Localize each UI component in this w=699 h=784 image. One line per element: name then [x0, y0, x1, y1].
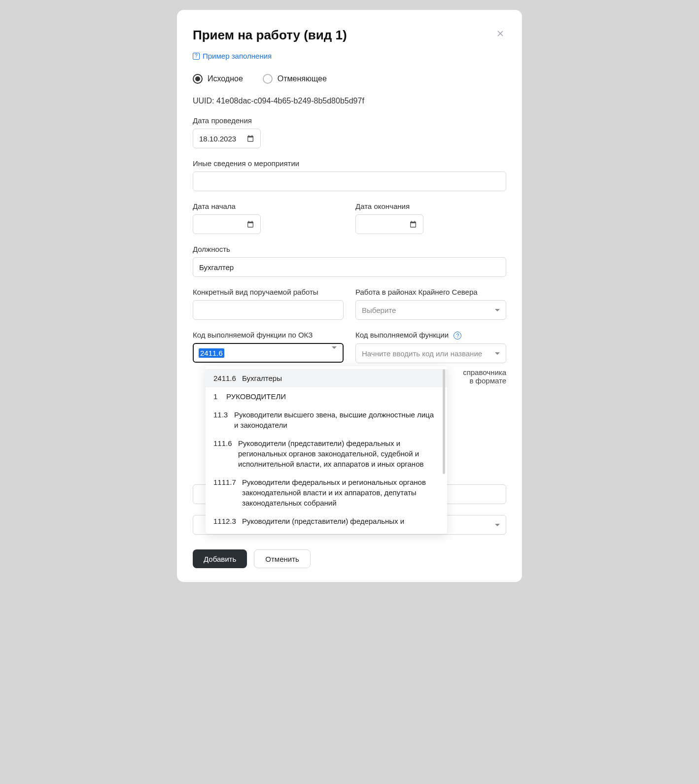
add-button-label: Добавить: [204, 555, 236, 563]
option-text: Руководители (представители) федеральных…: [238, 438, 439, 469]
function-code-row: Код выполняемой функции по ОКЗ 2411.6 Ко…: [193, 331, 506, 385]
work-type-label: Конкретный вид поручаемой работы: [193, 288, 344, 296]
radio-circle-icon: [263, 74, 273, 84]
add-button[interactable]: Добавить: [193, 549, 247, 568]
option-text: Руководители (представители) федеральных…: [242, 516, 404, 526]
option-text: РУКОВОДИТЕЛИ: [226, 391, 286, 402]
okz-dropdown: 2411.6 Бухгалтеры 1 РУКОВОДИТЕЛИ 11.3 Ру…: [206, 366, 447, 534]
position-value: Бухгалтер: [199, 263, 234, 272]
radio-original-label: Исходное: [208, 74, 243, 83]
option-text: Руководители федеральных и региональных …: [242, 477, 439, 508]
scrollbar-track: [443, 369, 445, 531]
end-date-label: Дата окончания: [355, 202, 506, 210]
end-date-input[interactable]: [355, 214, 423, 234]
dropdown-option[interactable]: 1 РУКОВОДИТЕЛИ: [206, 387, 447, 406]
scrollbar-thumb[interactable]: [443, 369, 445, 474]
start-date-input[interactable]: [193, 214, 261, 234]
radio-cancelling[interactable]: Отменяющее: [263, 74, 327, 84]
okz-code-value: 2411.6: [199, 348, 224, 358]
okz-code-input[interactable]: 2411.6: [193, 343, 344, 363]
other-info-input[interactable]: [193, 171, 506, 191]
func-code-placeholder: Начните вводить код или название: [362, 349, 482, 358]
work-type-row: Конкретный вид поручаемой работы Работа …: [193, 288, 506, 320]
other-info-label: Иные сведения о мероприятии: [193, 159, 506, 168]
modal-title: Прием на работу (вид 1): [193, 28, 347, 43]
calendar-icon: [246, 220, 254, 228]
option-code: 2411.6: [213, 373, 236, 383]
uuid-value: 41e08dac-c094-4b65-b249-8b5d80b5d97f: [216, 97, 364, 105]
cancel-button[interactable]: Отменить: [254, 549, 311, 568]
calendar-icon: [409, 220, 417, 228]
dropdown-option[interactable]: 2411.6 Бухгалтеры: [206, 369, 447, 387]
func-code-label: Код выполняемой функции ?: [355, 331, 506, 340]
help-icon[interactable]: ?: [454, 332, 461, 340]
uuid-display: UUID: 41e08dac-c094-4b65-b249-8b5d80b5d9…: [193, 97, 506, 105]
okz-code-label: Код выполняемой функции по ОКЗ: [193, 331, 344, 339]
start-date-field: Дата начала: [193, 202, 344, 234]
radio-original[interactable]: Исходное: [193, 74, 243, 84]
other-info-field: Иные сведения о мероприятии: [193, 159, 506, 191]
far-north-field: Работа в районах Крайнего Севера Выберит…: [355, 288, 506, 320]
far-north-label: Работа в районах Крайнего Севера: [355, 288, 506, 296]
option-code: 1: [213, 391, 220, 402]
far-north-placeholder: Выберите: [362, 306, 396, 314]
start-date-label: Дата начала: [193, 202, 344, 210]
event-date-field: Дата проведения 18.10.2023: [193, 116, 506, 148]
dropdown-option[interactable]: 1111.7 Руководители федеральных и регион…: [206, 473, 447, 512]
modal-footer: Добавить Отменить: [193, 549, 506, 568]
dropdown-option[interactable]: 1112.3 Руководители (представители) феде…: [206, 512, 447, 530]
chevron-down-icon: [495, 352, 500, 355]
position-input[interactable]: Бухгалтер: [193, 257, 506, 277]
event-date-input[interactable]: 18.10.2023: [193, 129, 261, 148]
option-text: Бухгалтеры: [242, 373, 282, 383]
hiring-modal: Прием на работу (вид 1) ? Пример заполне…: [177, 10, 522, 582]
chevron-down-icon: [332, 349, 337, 357]
modal-header: Прием на работу (вид 1): [193, 28, 506, 43]
uuid-label: UUID:: [193, 97, 214, 105]
option-text: Руководители высшего звена, высшие должн…: [234, 409, 439, 430]
end-date-field: Дата окончания: [355, 202, 506, 234]
radio-cancelling-label: Отменяющее: [278, 74, 327, 83]
option-code: 1112.3: [213, 516, 236, 526]
work-type-input[interactable]: [193, 300, 344, 320]
radio-circle-icon: [193, 74, 203, 84]
option-code: 111.6: [213, 438, 232, 469]
work-type-field: Конкретный вид поручаемой работы: [193, 288, 344, 320]
close-icon[interactable]: [494, 28, 506, 39]
option-code: 1111.7: [213, 477, 236, 508]
dropdown-option[interactable]: 111.6 Руководители (представители) федер…: [206, 434, 447, 473]
far-north-select[interactable]: Выберите: [355, 300, 506, 320]
date-range-row: Дата начала Дата окончания: [193, 202, 506, 234]
option-code: 11.3: [213, 409, 228, 430]
calendar-icon: [246, 135, 254, 142]
example-icon: ?: [193, 53, 200, 60]
position-label: Должность: [193, 245, 506, 253]
cancel-button-label: Отменить: [265, 555, 299, 563]
position-field: Должность Бухгалтер: [193, 245, 506, 277]
chevron-down-icon: [495, 309, 500, 311]
func-code-input[interactable]: Начните вводить код или название: [355, 343, 506, 363]
event-date-value: 18.10.2023: [199, 135, 236, 143]
dropdown-option[interactable]: 11.3 Руководители высшего звена, высшие …: [206, 406, 447, 434]
example-link-label: Пример заполнения: [203, 52, 272, 60]
example-fill-link[interactable]: ? Пример заполнения: [193, 52, 272, 60]
chevron-down-icon: [495, 524, 500, 526]
event-date-label: Дата проведения: [193, 116, 506, 125]
document-type-radio-group: Исходное Отменяющее: [193, 74, 506, 84]
